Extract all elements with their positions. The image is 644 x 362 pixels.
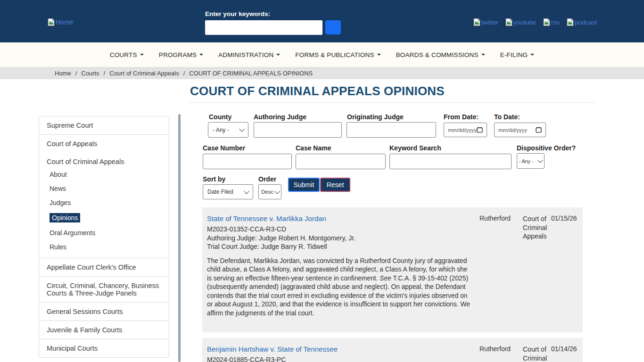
home-link[interactable]: Home: [47, 18, 73, 26]
podcast-link-label: podcast: [575, 19, 597, 26]
twitter-link-label: twitter: [481, 19, 498, 26]
chevron-down-icon: [537, 157, 543, 163]
nav-item-programs[interactable]: PROGRAMS: [159, 51, 203, 58]
breadcrumb-courts[interactable]: Courts: [81, 70, 99, 77]
sidebar-item-judges[interactable]: Judges: [39, 196, 169, 210]
opinions-results-list: State of Tennessee v. Marlikka Jordan M2…: [202, 207, 583, 362]
nav-item-boards-commissions[interactable]: BOARDS & COMMISSIONS: [396, 51, 485, 58]
result-court: Court of Criminal Appeals: [523, 345, 551, 362]
sidebar-item-rules[interactable]: Rules: [39, 240, 169, 254]
originating-judge-input[interactable]: [347, 122, 436, 138]
sidebar-item-opinions[interactable]: Opinions: [39, 210, 169, 226]
sidebar-item-label: About: [50, 171, 67, 178]
authoring-judge-input[interactable]: [254, 122, 342, 138]
dispositive-order-label: Dispositive Order?: [517, 144, 576, 152]
site-header: Home Enter your keywords: twitter youtub…: [0, 0, 644, 42]
sidebar-subitems: About News Judges Opinions Oral Argument…: [39, 167, 169, 258]
result-trial-court-judge: Trial Court Judge: Judge Barry R. Tidwel…: [207, 242, 473, 251]
from-date-placeholder: mm/dd/yyyy: [448, 127, 477, 133]
county-label: County: [209, 113, 231, 121]
caret-down-icon: [199, 54, 203, 56]
sidebar-item-label: Court of Criminal Appeals: [47, 158, 124, 165]
nav-item-administration-label: ADMINISTRATION: [218, 51, 273, 58]
caret-down-icon: [481, 54, 485, 56]
dispositive-order-select[interactable]: - Any -: [517, 153, 545, 169]
search-input[interactable]: [205, 20, 322, 35]
to-date-input[interactable]: mm/dd/yyyy: [494, 123, 546, 137]
broken-image-icon: [47, 18, 55, 26]
result-case-number: M2024-01885-CCA-R3-PC: [207, 355, 473, 362]
case-number-label: Case Number: [203, 144, 245, 152]
result-title-link[interactable]: State of Tennessee v. Marlikka Jordan: [207, 214, 326, 222]
rss-link[interactable]: rss: [543, 18, 560, 26]
caret-down-icon: [140, 54, 144, 56]
youtube-icon: [505, 18, 513, 26]
sidebar-item-oral-arguments[interactable]: Oral Arguments: [39, 226, 169, 240]
sidebar-item-label: Municipal Courts: [47, 345, 98, 352]
sidebar-item-juvenile-family-courts[interactable]: Juvenile & Family Courts: [39, 321, 169, 339]
result-date: 01/14/26: [551, 345, 583, 362]
sidebar-item-label: Appellate Court Clerk's Office: [47, 263, 136, 271]
youtube-link-label: youtube: [513, 19, 536, 26]
podcast-icon: [566, 18, 574, 26]
sort-by-label: Sort by: [203, 175, 225, 183]
order-select[interactable]: Desc: [258, 184, 281, 199]
nav-item-e-filing[interactable]: E-FILING: [500, 51, 535, 58]
nav-item-courts[interactable]: COURTS: [110, 51, 144, 58]
breadcrumb-current: COURT OF CRIMINAL APPEALS OPINIONS: [189, 70, 313, 77]
from-date-input[interactable]: mm/dd/yyyy: [444, 123, 487, 137]
nav-item-boards-commissions-label: BOARDS & COMMISSIONS: [396, 51, 479, 58]
dispositive-order-select-value: - Any -: [519, 158, 533, 164]
nav-item-e-filing-label: E-FILING: [500, 51, 528, 58]
case-name-input[interactable]: [296, 154, 386, 169]
sidebar-item-circuit-criminal-chancery[interactable]: Circuit, Criminal, Chancery, Business Co…: [39, 276, 169, 302]
breadcrumb-court-of-criminal-appeals[interactable]: Court of Criminal Appeals: [109, 70, 179, 77]
sidebar-item-court-of-criminal-appeals[interactable]: Court of Criminal Appeals: [39, 153, 169, 167]
sidebar-item-label: Oral Arguments: [50, 229, 95, 237]
county-select-value: - Any -: [213, 127, 229, 133]
case-number-input[interactable]: [203, 154, 292, 169]
sidebar-item-label: Judges: [50, 199, 71, 206]
sidebar-item-appellate-court-clerks-office[interactable]: Appellate Court Clerk's Office: [39, 258, 169, 276]
order-label: Order: [258, 175, 276, 183]
breadcrumb-home[interactable]: Home: [55, 70, 71, 77]
sidebar-item-label: Supreme Court: [47, 122, 93, 129]
originating-judge-label: Originating Judge: [347, 113, 404, 121]
sidebar-item-news[interactable]: News: [39, 181, 169, 196]
podcast-link[interactable]: podcast: [566, 18, 597, 26]
result-date: 01/15/26: [551, 214, 583, 324]
rss-link-label: rss: [551, 19, 560, 26]
sidebar-scrollbar[interactable]: [178, 114, 181, 362]
calendar-icon[interactable]: [536, 127, 542, 133]
sort-by-select[interactable]: Date Filed: [203, 184, 253, 199]
home-link-label: Home: [56, 18, 73, 26]
main-nav: COURTS PROGRAMS ADMINISTRATION FORMS & P…: [0, 42, 644, 67]
search-submit-button[interactable]: [325, 20, 341, 34]
sidebar-item-municipal-courts[interactable]: Municipal Courts: [39, 339, 169, 357]
twitter-icon: [473, 18, 481, 26]
chevron-down-icon: [239, 126, 244, 132]
page: Home Enter your keywords: twitter youtub…: [0, 0, 644, 362]
nav-item-programs-label: PROGRAMS: [159, 51, 197, 58]
sidebar-item-court-of-appeals[interactable]: Court of Appeals: [39, 134, 169, 153]
youtube-link[interactable]: youtube: [505, 18, 536, 26]
submit-button[interactable]: Submit: [288, 178, 320, 192]
result-summary-citation: See: [380, 275, 391, 282]
caret-down-icon: [377, 54, 381, 56]
nav-item-administration[interactable]: ADMINISTRATION: [218, 51, 280, 58]
result-title-link[interactable]: Benjamin Hartshaw v. State of Tennessee: [207, 345, 338, 353]
sidebar-item-general-sessions-courts[interactable]: General Sessions Courts: [39, 302, 169, 321]
reset-button[interactable]: Reset: [320, 178, 350, 192]
twitter-link[interactable]: twitter: [473, 18, 498, 26]
authoring-judge-label: Authoring Judge: [254, 113, 306, 121]
county-select[interactable]: - Any -: [208, 122, 248, 138]
result-county: Rutherford: [479, 345, 523, 362]
sidebar-item-label: Court of Appeals: [47, 140, 97, 148]
sidebar-item-supreme-court[interactable]: Supreme Court: [39, 116, 169, 134]
nav-item-forms-publications[interactable]: FORMS & PUBLICATIONS: [295, 51, 380, 58]
calendar-icon[interactable]: [477, 127, 483, 133]
sort-by-select-value: Date Filed: [207, 189, 233, 195]
keyword-search-input[interactable]: [389, 154, 512, 169]
sidebar-item-about[interactable]: About: [39, 167, 169, 181]
keyword-search-label: Keyword Search: [389, 144, 441, 152]
